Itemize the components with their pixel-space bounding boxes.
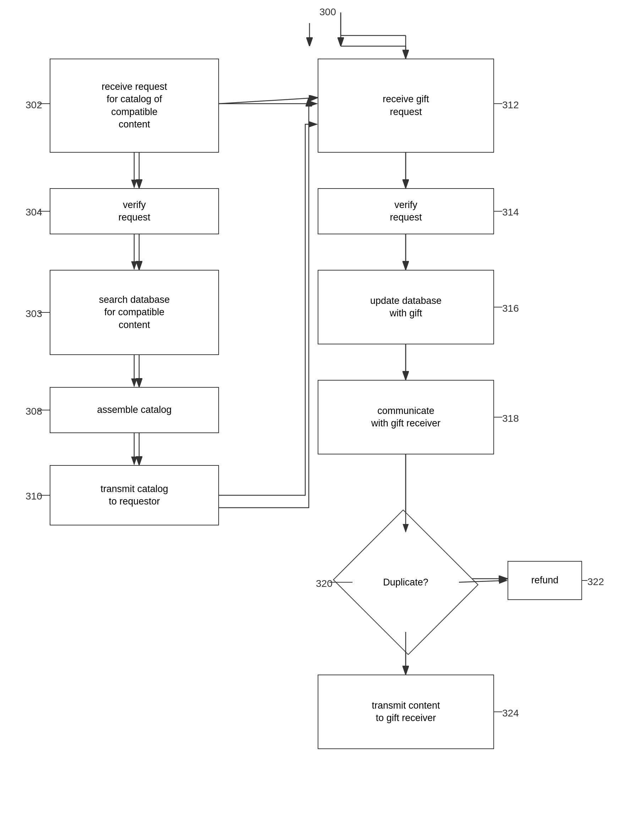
diamond-320: Duplicate? xyxy=(353,533,459,632)
label-318: 318 xyxy=(502,413,519,424)
label-303: 303 xyxy=(25,308,42,319)
label-316: 316 xyxy=(502,303,519,314)
box-302: receive requestfor catalog ofcompatiblec… xyxy=(50,58,219,153)
box-304: verifyrequest xyxy=(50,188,219,234)
svg-line-6 xyxy=(219,97,318,104)
label-304: 304 xyxy=(25,207,42,218)
label-308: 308 xyxy=(25,406,42,417)
box-324: transmit contentto gift receiver xyxy=(318,675,494,749)
box-308: assemble catalog xyxy=(50,387,219,433)
label-310: 310 xyxy=(25,491,42,502)
flowchart-diagram: 300 receive requestfor catalog ofcompati… xyxy=(0,0,619,840)
box-314: verifyrequest xyxy=(318,188,494,234)
box-312: receive giftrequest xyxy=(318,58,494,153)
label-300: 300 xyxy=(320,6,336,18)
label-320: 320 xyxy=(316,578,333,589)
label-314: 314 xyxy=(502,207,519,218)
label-312: 312 xyxy=(502,99,519,111)
label-324: 324 xyxy=(502,708,519,719)
label-322: 322 xyxy=(588,576,604,588)
box-310: transmit catalogto requestor xyxy=(50,465,219,526)
box-316: update databasewith gift xyxy=(318,270,494,344)
box-322: refund xyxy=(508,561,582,600)
box-318: communicatewith gift receiver xyxy=(318,380,494,454)
box-303: search databasefor compatiblecontent xyxy=(50,270,219,355)
label-302: 302 xyxy=(25,99,42,111)
